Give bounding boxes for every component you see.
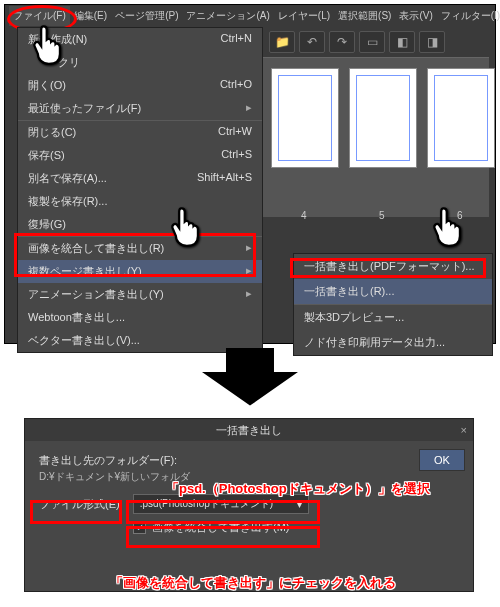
toolbar-redo-icon[interactable]: ↷ [329,31,355,53]
folder-label: 書き出し先のフォルダー(F): [39,453,459,468]
pointer-hand-icon [428,204,472,248]
menu-multi-export[interactable]: 複数ページ書き出し(Y)▸ [18,260,262,283]
menu-filter[interactable]: フィルター(I) [437,6,500,26]
menu-anim[interactable]: アニメーション(A) [182,6,273,26]
export-dialog: 一括書き出し × 書き出し先のフォルダー(F): D:¥ドキュメント¥新しいフォ… [24,418,474,592]
page-thumb-5[interactable] [349,68,417,168]
toolbar-folder-icon[interactable]: 📁 [269,31,295,53]
annotation-1: 「psd.（Photoshopドキュメント）」を選択 [166,480,430,498]
menu-save[interactable]: 保存(S)Ctrl+S [18,144,262,167]
toolbar-btn4-icon[interactable]: ▭ [359,31,385,53]
menu-view[interactable]: 表示(V) [395,6,436,26]
pointer-hand-icon [166,204,210,248]
menu-sel[interactable]: 選択範囲(S) [334,6,395,26]
menu-bar: ファイル(F) 編集(E) ページ管理(P) アニメーション(A) レイヤー(L… [5,5,495,27]
menu-close[interactable]: 閉じる(C)Ctrl+W [18,120,262,144]
app-window: ファイル(F) 編集(E) ページ管理(P) アニメーション(A) レイヤー(L… [4,4,496,344]
toolbar-btn6-icon[interactable]: ◨ [419,31,445,53]
page-thumb-6[interactable] [427,68,495,168]
svg-marker-0 [202,348,298,406]
merge-checkbox-label: 画像を統合して書き出す(M) [152,520,290,535]
submenu-preview[interactable]: 製本3Dプレビュー... [294,304,492,330]
submenu-pdf[interactable]: 一括書き出し(PDFフォーマット)... [294,254,492,279]
close-icon[interactable]: × [461,424,467,436]
page-thumbnails: 4 5 6 [263,57,489,217]
submenu-batch[interactable]: 一括書き出し(R)... [294,279,492,304]
annotation-2: 「画像を統合して書き出す」にチェックを入れる [110,574,396,592]
submenu-print[interactable]: ノド付き印刷用データ出力... [294,330,492,355]
toolbar: 📁 ↶ ↷ ▭ ◧ ◨ [263,27,495,57]
menu-revert[interactable]: 復帰(G) [18,213,262,236]
format-value: .psd(Photoshopドキュメント) [140,497,273,511]
page-num: 5 [379,210,385,221]
export-submenu: 一括書き出し(PDFフォーマット)... 一括書き出し(R)... 製本3Dプレ… [293,253,493,356]
menu-saveas[interactable]: 別名で保存(A)...Shift+Alt+S [18,167,262,190]
toolbar-undo-icon[interactable]: ↶ [299,31,325,53]
dialog-titlebar: 一括書き出し × [25,419,473,441]
chevron-down-icon: ▾ [297,499,302,510]
menu-edit[interactable]: 編集(E) [70,6,111,26]
menu-anim-export[interactable]: アニメーション書き出し(Y)▸ [18,283,262,306]
pointer-hand-icon [28,22,72,66]
down-arrow-icon [202,348,298,414]
menu-recent[interactable]: 最近使ったファイル(F)▸ [18,97,262,120]
menu-open[interactable]: 開く(O)Ctrl+O [18,74,262,97]
toolbar-btn5-icon[interactable]: ◧ [389,31,415,53]
menu-layer[interactable]: レイヤー(L) [274,6,334,26]
merge-checkbox[interactable]: ✓ [133,521,146,534]
ok-button[interactable]: OK [419,449,465,471]
menu-savedup[interactable]: 複製を保存(R)... [18,190,262,213]
menu-merge-export[interactable]: 画像を統合して書き出し(R)▸ [18,236,262,260]
page-num: 4 [301,210,307,221]
page-thumb-4[interactable] [271,68,339,168]
dialog-title: 一括書き出し [216,423,282,438]
format-label: ファイル形式(E): [39,497,123,512]
file-dropdown: 新規作成(N)Ctrl+N クリ 開く(O)Ctrl+O 最近使ったファイル(F… [17,27,263,353]
menu-page[interactable]: ページ管理(P) [111,6,182,26]
menu-webtoon[interactable]: Webtoon書き出し... [18,306,262,329]
